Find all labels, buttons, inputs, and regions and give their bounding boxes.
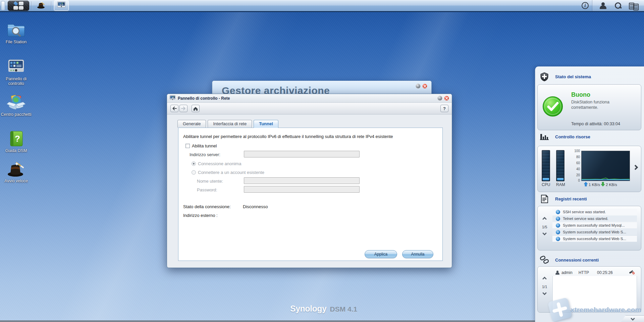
- current-connections-header: Connessioni correnti: [535, 256, 644, 264]
- file-station-icon: [0, 21, 32, 38]
- help-button[interactable]: ?: [440, 105, 448, 112]
- info-icon: i: [556, 230, 560, 234]
- package-center-icon: [0, 93, 32, 111]
- password-input[interactable]: [244, 186, 360, 193]
- logs-page-indicator: 1/5: [542, 225, 547, 229]
- upload-value: 1 KB/s: [589, 183, 600, 187]
- connections-page-down-chevron[interactable]: [542, 291, 547, 295]
- enable-tunnel-checkbox[interactable]: [185, 144, 190, 148]
- search-icon[interactable]: [614, 2, 622, 9]
- shield-icon: [540, 72, 549, 81]
- username-input[interactable]: [244, 177, 360, 184]
- tunnel-description: Abilitare tunnel per permettere al proto…: [183, 134, 393, 139]
- info-icon: i: [556, 217, 560, 221]
- minimize-button[interactable]: [416, 84, 421, 89]
- logs-page-down-chevron[interactable]: [542, 231, 547, 235]
- sidebar-collapse-tab[interactable]: [621, 315, 644, 322]
- show-desktop-button[interactable]: [1, 1, 5, 10]
- enable-tunnel-row: Abilita tunnel: [183, 143, 217, 148]
- user-icon[interactable]: [599, 2, 607, 9]
- info-icon: i: [556, 210, 560, 214]
- home-button[interactable]: [192, 105, 200, 112]
- ram-label: RAM: [556, 182, 565, 187]
- username-label: Nome utente:: [197, 179, 223, 184]
- taskbar-control-panel-button[interactable]: [54, 0, 69, 11]
- connection-row: admin HTTP 00:25:26: [552, 269, 637, 276]
- help-book-icon: ?: [0, 130, 32, 147]
- log-row: i Telnet service was started.: [552, 216, 637, 222]
- download-value: 2 KB/s: [606, 183, 617, 187]
- taskbar: i: [0, 0, 644, 12]
- current-connections-title: Connessioni correnti: [555, 258, 599, 263]
- bar-chart-icon: [540, 133, 549, 141]
- info-icon: i: [556, 223, 560, 228]
- anonymous-connection-radio[interactable]: [192, 162, 196, 166]
- resource-monitor-title: Controllo risorse: [555, 134, 590, 139]
- server-address-input[interactable]: [244, 151, 360, 157]
- desktop-icon-package-center[interactable]: Centro pacchetti: [0, 93, 32, 117]
- dialog-tabs: Generale Interfaccia di rete Tunnel: [177, 120, 278, 128]
- log-row: i SSH service was started.: [552, 209, 637, 215]
- open-resource-monitor-chevron[interactable]: [633, 165, 638, 170]
- control-panel-icon: [57, 1, 66, 10]
- enable-tunnel-label: Abilita tunnel: [192, 143, 217, 148]
- connections-page-up-chevron[interactable]: [542, 277, 547, 281]
- desktop-icon-label: Centro pacchetti: [0, 112, 32, 117]
- chevron-down-icon: [631, 316, 635, 321]
- control-panel-network-dialog: Pannello di controllo - Rete ? Generale …: [167, 94, 452, 268]
- info-icon: i: [556, 237, 560, 241]
- recent-logs-title: Registri recenti: [555, 196, 587, 201]
- anonymous-connection-row: Connessione anonima: [190, 161, 241, 166]
- control-panel-device-icon: [0, 58, 32, 75]
- system-status-title: Stato del sistema: [555, 74, 591, 79]
- pilot-view-icon[interactable]: [629, 3, 637, 9]
- info-icon[interactable]: i: [582, 2, 589, 9]
- magic-hat-icon: [37, 1, 46, 10]
- log-document-icon: [540, 194, 549, 203]
- logs-page-up-chevron[interactable]: [542, 217, 547, 221]
- desktop-icon-dsm-help[interactable]: ? Guida DSM: [0, 130, 32, 153]
- menu-diamond-icon: [13, 1, 18, 6]
- taskbar-status-panel: [592, 0, 644, 11]
- kill-connection-icon[interactable]: [629, 270, 635, 276]
- tunnel-tab-panel: Abilitare tunnel per permettere al proto…: [178, 128, 443, 261]
- desktop-icon-control-panel[interactable]: Pannello di controllo: [0, 58, 32, 86]
- download-arrow-icon: [601, 182, 605, 187]
- network-graph: [581, 151, 630, 181]
- dsm-version: DSM 4.1: [330, 305, 358, 313]
- dsm-branding: Synology DSM 4.1: [290, 304, 357, 314]
- existing-account-label: Connettere a un account esistente: [198, 170, 264, 175]
- desktop-icon-label: Avvio veloce: [0, 179, 32, 183]
- tab-generale[interactable]: Generale: [177, 120, 206, 128]
- log-row: i System successfully started Web S...: [552, 236, 637, 242]
- connection-time: 00:25:26: [597, 270, 613, 275]
- desktop-icon-file-station[interactable]: File Station: [0, 21, 32, 44]
- close-icon[interactable]: [444, 96, 449, 101]
- back-button[interactable]: [170, 105, 178, 112]
- external-address-label: Indirizzo esterno :: [183, 213, 218, 218]
- existing-account-row: Connettere a un account esistente: [190, 170, 264, 175]
- chain-link-icon: [540, 256, 549, 264]
- dialog-app-icon: [170, 95, 175, 101]
- tab-interfaccia-di-rete[interactable]: Interfaccia di rete: [208, 120, 252, 128]
- system-status-header: Stato del sistema: [535, 72, 644, 81]
- main-menu-button[interactable]: [8, 1, 29, 11]
- forward-button[interactable]: [179, 105, 187, 112]
- cancel-button[interactable]: Annulla: [402, 250, 433, 258]
- resource-monitor-box: CPU RAM 100 80 60 40 20 0 1 KB/s 2 KB/s: [537, 146, 641, 192]
- watermark-text: xtremehardware.com: [571, 306, 641, 314]
- log-row: i System successfully started Mysql...: [552, 222, 637, 228]
- minimize-button[interactable]: [437, 96, 442, 101]
- cpu-gauge: [542, 150, 550, 181]
- desktop-icon-quick-start[interactable]: Avvio veloce: [0, 160, 32, 183]
- connections-page-indicator: 1/1: [542, 285, 547, 289]
- network-throughput: 1 KB/s 2 KB/s: [584, 182, 617, 187]
- apply-button[interactable]: Applica: [365, 250, 397, 258]
- recent-logs-header: Registri recenti: [535, 194, 644, 203]
- close-icon[interactable]: [422, 84, 427, 89]
- tab-tunnel[interactable]: Tunnel: [254, 120, 278, 128]
- dialog-titlebar[interactable]: Pannello di controllo - Rete: [167, 94, 452, 103]
- widget-sidebar: Stato del sistema Buono DiskStation funz…: [535, 66, 644, 322]
- taskbar-quick-launch-button[interactable]: [34, 0, 48, 11]
- existing-account-radio[interactable]: [192, 170, 196, 175]
